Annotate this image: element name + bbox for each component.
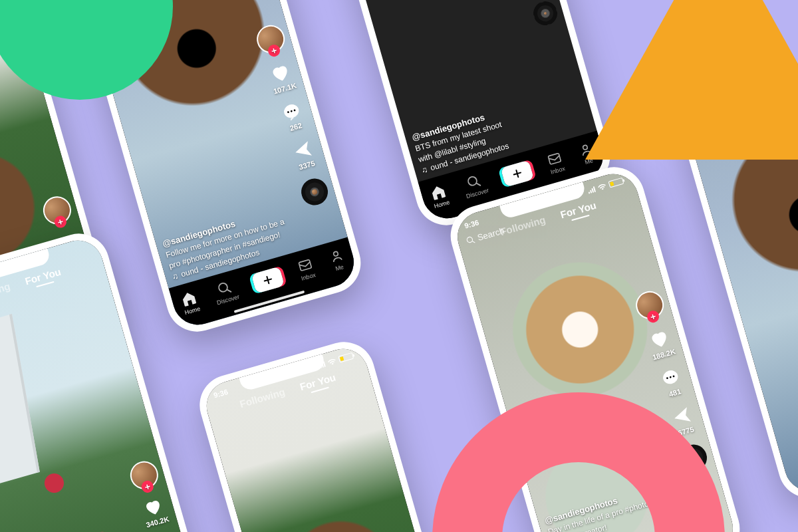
wifi-icon [597,182,607,191]
wifi-icon [327,357,337,366]
nav-home[interactable]: Home [179,289,201,316]
nav-discover[interactable]: Discover [211,278,240,306]
plus-icon [261,273,275,287]
share-button[interactable]: 3375 [290,138,317,172]
like-button[interactable]: 188.2K [645,325,676,361]
create-video-button[interactable] [251,266,285,293]
nav-home[interactable]: Home [428,182,450,209]
battery-icon [608,178,624,188]
battery-icon [338,352,354,363]
svg-point-10 [467,176,478,186]
create-video-button[interactable] [501,160,535,187]
comment-button[interactable]: 481 [658,365,686,399]
comment-count: 262 [289,121,303,132]
svg-point-9 [333,251,338,257]
status-time: 9:36 [464,218,479,230]
plus-icon [511,167,524,180]
status-time: 9:36 [213,388,229,400]
follow-plus-icon[interactable]: + [646,309,660,324]
signal-icon [587,186,596,194]
comment-count: 481 [668,387,682,398]
phone-portrait-smile: 9:36 Following For You [192,334,466,532]
svg-point-7 [218,282,229,293]
nav-me-label: Me [334,263,344,272]
nav-inbox[interactable]: Inbox [545,150,566,176]
follow-plus-icon[interactable]: + [267,43,281,58]
like-button[interactable]: 107.1K [266,59,297,95]
nav-inbox[interactable]: Inbox [296,256,317,282]
nav-discover[interactable]: Discover [461,172,489,200]
comment-button[interactable]: 262 [279,99,307,133]
nav-me[interactable]: Me [327,247,348,273]
person-icon [327,247,345,265]
orange-triangle-decoration [585,0,798,173]
svg-marker-0 [585,0,798,160]
like-button[interactable]: 340.2K [139,494,170,529]
follow-plus-icon[interactable]: + [140,479,155,494]
